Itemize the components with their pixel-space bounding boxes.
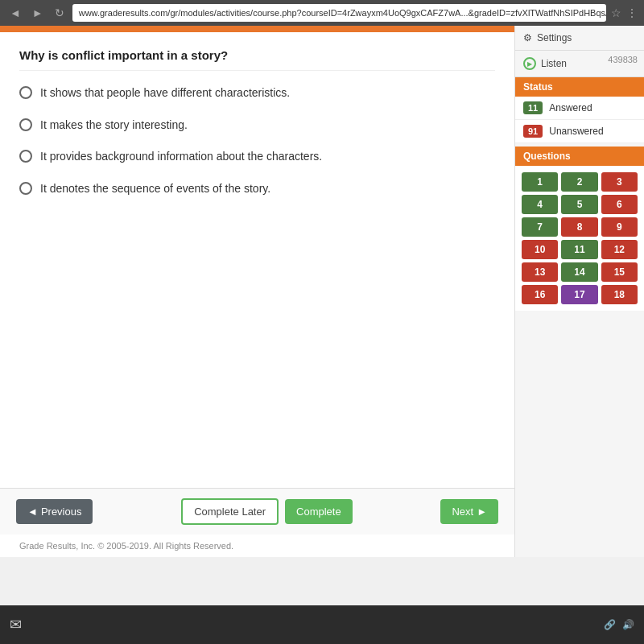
question-btn-15[interactable]: 15 [601,262,638,282]
complete-later-button[interactable]: Complete Later [181,498,279,525]
gear-icon: ⚙ [523,32,532,43]
answered-badge: 11 [523,101,543,114]
account-number: 439838 [608,55,638,64]
browser-icons: ☆ ⋮ [611,6,638,19]
browser-window: ◄ ► ↻ www.graderesults.com/gr/modules/ac… [0,0,644,605]
complete-button[interactable]: Complete [285,499,353,524]
status-section-header: Status [515,77,644,97]
radio-4[interactable] [19,182,32,195]
question-btn-6[interactable]: 6 [601,195,638,214]
prev-arrow-icon: ◄ [27,506,38,518]
navigation-buttons: ◄ Previous Complete Later Complete Next … [0,488,514,535]
play-icon: ▶ [523,57,536,70]
question-btn-12[interactable]: 12 [601,240,638,259]
question-btn-9[interactable]: 9 [601,217,638,237]
forward-button[interactable]: ► [29,5,47,21]
question-btn-1[interactable]: 1 [522,172,558,192]
questions-label: Questions [523,151,571,162]
listen-label: Listen [541,58,567,69]
radio-1[interactable] [19,86,32,99]
next-label: Next [452,506,473,518]
complete-later-label: Complete Later [194,506,266,518]
orange-top-bar [0,26,514,32]
question-btn-13[interactable]: 13 [522,262,558,282]
question-btn-16[interactable]: 16 [522,285,558,304]
back-button[interactable]: ◄ [6,5,24,21]
answer-text-3: It provides background information about… [40,149,322,165]
taskbar-right: 🔗 🔊 [604,619,634,630]
question-btn-5[interactable]: 5 [561,195,597,214]
next-button[interactable]: Next ► [440,499,498,524]
answer-text-1: It shows that people have different char… [40,85,290,101]
previous-button[interactable]: ◄ Previous [16,499,93,524]
volume-icon: 🔊 [622,619,634,630]
url-text: www.graderesults.com/gr/modules/activiti… [79,8,606,18]
question-btn-14[interactable]: 14 [561,262,597,282]
previous-label: Previous [41,506,82,518]
questions-grid: 1 2 3 4 5 6 7 8 9 10 11 12 13 14 15 [515,166,644,311]
question-panel: Why is conflict important in a story? It… [0,26,515,557]
answer-option-1[interactable]: It shows that people have different char… [19,85,495,101]
unanswered-row: 91 Unanswered [515,120,644,143]
footer-text: Grade Results, Inc. © 2005-2019. All Rig… [0,535,514,557]
answer-option-4[interactable]: It denotes the sequence of events of the… [19,181,495,197]
question-btn-18[interactable]: 18 [601,285,638,304]
email-icon[interactable]: ✉ [10,616,22,634]
taskbar: ✉ 🔗 🔊 [0,605,644,644]
refresh-button[interactable]: ↻ [52,5,68,21]
radio-3[interactable] [19,150,32,163]
question-btn-3[interactable]: 3 [601,172,638,192]
question-btn-17[interactable]: 17 [561,285,597,304]
answer-option-2[interactable]: It makes the story interesting. [19,118,495,134]
address-bar-row: ◄ ► ↻ www.graderesults.com/gr/modules/ac… [0,0,644,26]
menu-icon[interactable]: ⋮ [626,6,638,19]
question-btn-4[interactable]: 4 [522,195,558,214]
settings-label: Settings [537,32,572,43]
unanswered-badge: 91 [523,125,543,138]
question-btn-8[interactable]: 8 [561,217,597,237]
next-arrow-icon: ► [477,506,487,518]
answered-label: Answered [549,102,592,114]
settings-row[interactable]: ⚙ Settings [515,26,644,51]
question-btn-10[interactable]: 10 [522,240,558,259]
bookmark-icon[interactable]: ☆ [611,6,621,19]
complete-label: Complete [296,506,341,518]
answer-option-3[interactable]: It provides background information about… [19,149,495,165]
questions-section-header: Questions [515,147,644,166]
question-body: Why is conflict important in a story? It… [0,32,514,488]
unanswered-label: Unanswered [549,126,603,137]
taskbar-left: ✉ [10,616,22,634]
content-area: Why is conflict important in a story? It… [0,26,644,557]
answer-text-4: It denotes the sequence of events of the… [40,181,270,197]
question-btn-2[interactable]: 2 [561,172,597,192]
radio-2[interactable] [19,118,32,131]
network-icon: 🔗 [604,619,616,630]
question-btn-11[interactable]: 11 [561,240,597,259]
question-btn-7[interactable]: 7 [522,217,558,237]
sidebar: ⚙ Settings ▶ Listen Status 11 Answered 9… [515,26,644,557]
answer-text-2: It makes the story interesting. [40,118,188,134]
question-title: Why is conflict important in a story? [19,48,495,71]
address-bar[interactable]: www.graderesults.com/gr/modules/activiti… [72,4,606,22]
status-label: Status [523,81,553,93]
answered-row: 11 Answered [515,97,644,120]
